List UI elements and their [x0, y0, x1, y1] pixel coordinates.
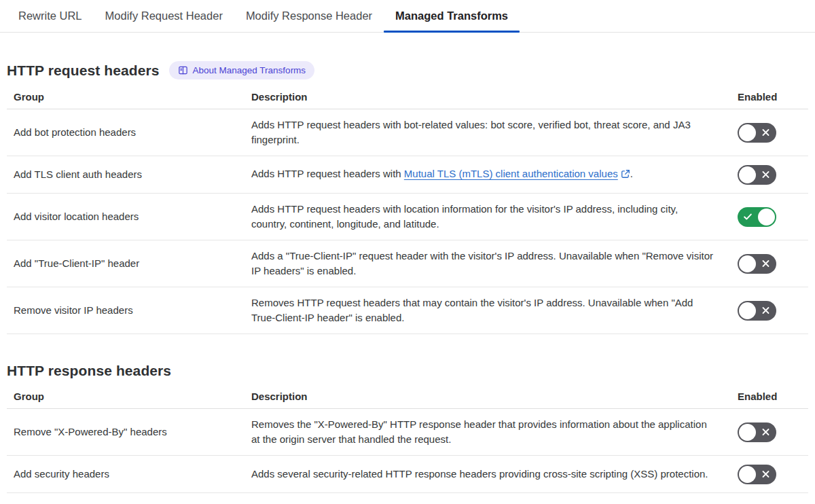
column-header-enabled: Enabled — [734, 391, 808, 408]
x-icon — [761, 128, 770, 137]
description-cell: Adds HTTP request headers with Mutual TL… — [251, 158, 734, 191]
group-cell: Add bot protection headers — [7, 125, 251, 140]
group-cell: Add security headers — [7, 467, 251, 482]
enabled-toggle[interactable] — [738, 254, 776, 274]
tab-modify-request-header[interactable]: Modify Request Header — [94, 0, 234, 32]
tab-modify-response-header[interactable]: Modify Response Header — [234, 0, 384, 32]
enabled-cell — [734, 301, 808, 321]
enabled-toggle[interactable] — [738, 207, 776, 227]
x-icon — [761, 470, 770, 479]
section-title: HTTP response headers — [7, 363, 171, 379]
description-cell: Adds HTTP request headers with bot-relat… — [251, 109, 734, 156]
column-header-enabled: Enabled — [734, 91, 808, 109]
group-cell: Add "True-Client-IP" header — [7, 256, 251, 271]
toggle-knob — [739, 424, 756, 441]
description-link[interactable]: Mutual TLS (mTLS) client authentication … — [404, 168, 618, 179]
column-header-description: Description — [251, 91, 734, 109]
table-row: Add visitor location headers Adds HTTP r… — [7, 194, 808, 240]
table-row: Add TLS client auth headers Adds HTTP re… — [7, 156, 808, 194]
enabled-cell — [734, 465, 808, 484]
group-cell: Add visitor location headers — [7, 209, 251, 224]
enabled-cell — [734, 254, 808, 274]
tab-rewrite-url[interactable]: Rewrite URL — [7, 0, 94, 32]
column-header-group: Group — [7, 91, 251, 109]
x-icon — [761, 170, 770, 179]
section: HTTP request headers About Managed Trans… — [0, 61, 815, 334]
table-row: Remove visitor IP headers Removes HTTP r… — [7, 287, 808, 334]
enabled-cell — [734, 165, 808, 185]
column-header-description: Description — [251, 391, 734, 408]
table-row: Add bot protection headers Adds HTTP req… — [7, 109, 808, 156]
about-badge[interactable]: About Managed Transforms — [169, 61, 315, 79]
x-icon — [761, 428, 770, 437]
group-cell: Remove "X-Powered-By" headers — [7, 425, 251, 439]
table: Group Description Enabled Remove "X-Powe… — [7, 391, 808, 493]
section: HTTP response headers Group Description … — [0, 363, 815, 493]
group-cell: Add TLS client auth headers — [7, 167, 251, 182]
external-link-icon — [621, 168, 630, 183]
toggle-knob — [739, 124, 756, 141]
toggle-knob — [739, 166, 756, 183]
enabled-cell — [734, 123, 808, 143]
table-header: Group Description Enabled — [7, 91, 808, 109]
section-title: HTTP request headers — [7, 62, 160, 79]
enabled-cell — [734, 422, 808, 442]
enabled-toggle[interactable] — [738, 123, 776, 143]
book-icon — [178, 65, 188, 75]
badge-label: About Managed Transforms — [193, 65, 306, 75]
description-cell: Adds several security-related HTTP respo… — [251, 458, 734, 490]
toggle-knob — [739, 255, 756, 272]
description-cell: Adds HTTP request headers with location … — [251, 194, 734, 240]
table-row: Add security headers Adds several securi… — [7, 456, 808, 493]
toggle-knob — [758, 209, 775, 226]
section-head: HTTP response headers — [0, 363, 815, 379]
enabled-toggle[interactable] — [738, 165, 776, 185]
description-cell: Removes HTTP request headers that may co… — [251, 287, 734, 334]
table-row: Remove "X-Powered-By" headers Removes th… — [7, 409, 808, 456]
table: Group Description Enabled Add bot protec… — [7, 91, 808, 334]
table-header: Group Description Enabled — [7, 391, 808, 409]
enabled-toggle[interactable] — [738, 422, 776, 442]
x-icon — [761, 306, 770, 315]
tab-managed-transforms[interactable]: Managed Transforms — [384, 0, 520, 32]
tab-bar: Rewrite URLModify Request HeaderModify R… — [0, 0, 815, 33]
table-body: Add bot protection headers Adds HTTP req… — [7, 109, 808, 334]
enabled-toggle[interactable] — [738, 465, 776, 484]
section-head: HTTP request headers About Managed Trans… — [0, 61, 815, 79]
column-header-group: Group — [7, 391, 251, 408]
x-icon — [761, 259, 770, 268]
check-icon — [743, 212, 753, 221]
enabled-toggle[interactable] — [738, 301, 776, 321]
group-cell: Remove visitor IP headers — [7, 303, 251, 318]
toggle-knob — [739, 302, 756, 319]
main: HTTP request headers About Managed Trans… — [0, 61, 815, 503]
toggle-knob — [739, 466, 756, 483]
table-row: Add "True-Client-IP" header Adds a "True… — [7, 240, 808, 287]
enabled-cell — [734, 207, 808, 227]
description-cell: Removes the "X-Powered-By" HTTP response… — [251, 409, 734, 455]
table-body: Remove "X-Powered-By" headers Removes th… — [7, 409, 808, 493]
description-cell: Adds a "True-Client-IP" request header w… — [251, 240, 734, 287]
